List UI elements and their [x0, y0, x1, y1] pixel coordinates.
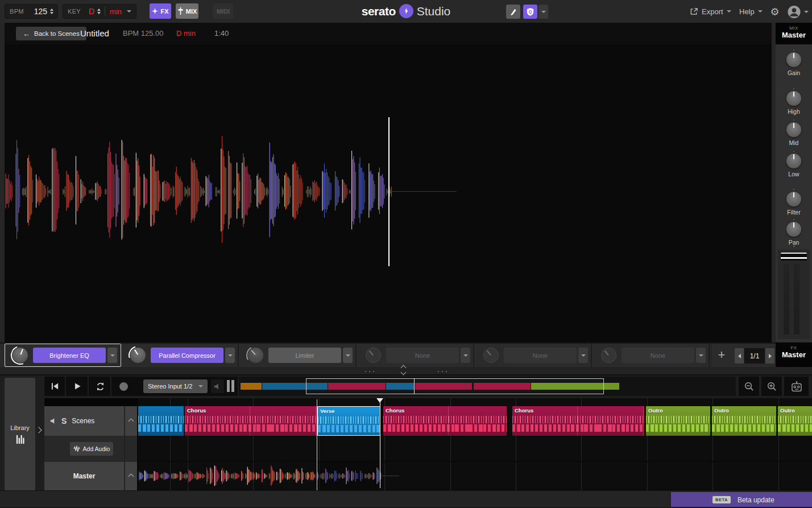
- fx-dropdown-button[interactable]: [225, 348, 235, 363]
- fx-amount-knob[interactable]: [248, 348, 263, 363]
- fx-amount-knob[interactable]: [13, 348, 28, 363]
- fx-select-button[interactable]: None: [504, 348, 577, 363]
- knob-dial[interactable]: [786, 154, 801, 168]
- assistant-button[interactable]: [783, 377, 809, 396]
- fx-select-button[interactable]: Brightener EQ: [33, 348, 106, 363]
- timeline-playhead-marker[interactable]: [376, 398, 383, 403]
- fx-dropdown-button[interactable]: [578, 348, 588, 363]
- pause-meter-bars[interactable]: [227, 380, 234, 392]
- knob-dial[interactable]: [786, 222, 801, 237]
- bpm-value[interactable]: 125: [34, 7, 47, 16]
- clip-outro-6[interactable]: Outro: [646, 406, 710, 436]
- fx-dropdown-button[interactable]: [696, 348, 706, 363]
- skip-to-start-button[interactable]: [44, 377, 66, 396]
- fx-select-button[interactable]: Limiter: [268, 348, 341, 363]
- fx-select-button[interactable]: Parallel Compressor: [151, 348, 223, 363]
- fx-slot-1[interactable]: Brightener EQ: [5, 344, 121, 367]
- panel-collapse-handle[interactable]: [401, 366, 405, 374]
- fader-handle[interactable]: [781, 253, 807, 261]
- fx-dropdown-button[interactable]: [107, 348, 117, 363]
- main-waveform-view[interactable]: [5, 44, 772, 342]
- fx-select-button[interactable]: None: [622, 348, 694, 363]
- knob-dial[interactable]: [786, 52, 801, 67]
- knob-filter[interactable]: Filter: [776, 189, 812, 216]
- account-button[interactable]: [787, 5, 801, 19]
- knob-dial[interactable]: [786, 91, 801, 106]
- fx-dropdown-button[interactable]: [343, 348, 353, 363]
- master-collapse-button[interactable]: [125, 462, 138, 490]
- solo-badge[interactable]: S: [61, 416, 67, 426]
- audio-input-select[interactable]: Stereo Input 1/2: [143, 379, 208, 393]
- clip-partial-1[interactable]: [138, 406, 184, 436]
- chevron-down-icon[interactable]: [127, 10, 131, 13]
- scenes-clip-lane[interactable]: ChorusVerseChorusChorusOutroOutroOutro: [138, 406, 812, 436]
- bpm-stepper[interactable]: [50, 9, 53, 14]
- knob-mid[interactable]: Mid: [776, 119, 812, 146]
- clip-verse-3[interactable]: Verse: [317, 406, 380, 436]
- scenes-collapse-button[interactable]: [125, 406, 138, 436]
- fx-amount-knob[interactable]: [366, 348, 381, 363]
- knob-low[interactable]: Low: [776, 151, 812, 177]
- quantize-shield-button[interactable]: Q: [523, 5, 537, 19]
- midi-button[interactable]: MIDI: [213, 3, 234, 19]
- export-menu[interactable]: Export: [690, 5, 731, 18]
- clip-chorus-5[interactable]: Chorus: [512, 406, 644, 436]
- beta-update-banner[interactable]: BETA Beta update: [671, 492, 812, 507]
- fx-amount-knob[interactable]: [601, 348, 616, 363]
- add-audio-lane[interactable]: [138, 436, 812, 462]
- help-menu[interactable]: Help: [739, 5, 763, 18]
- key-stepper[interactable]: [97, 9, 101, 14]
- knob-gain[interactable]: Gain: [776, 49, 812, 76]
- add-audio-button[interactable]: Add Audio: [70, 442, 113, 456]
- master-track-header[interactable]: Master: [44, 462, 125, 490]
- speaker-icon[interactable]: [50, 418, 57, 424]
- fx-dropdown-button[interactable]: [461, 348, 470, 363]
- volume-fader[interactable]: [778, 249, 810, 339]
- knob-high[interactable]: High: [776, 88, 812, 115]
- key-control[interactable]: KEY D min: [63, 4, 136, 19]
- bpm-control[interactable]: BPM 125: [5, 4, 58, 19]
- back-to-scenes-button[interactable]: ← Back to Scenes: [16, 27, 86, 40]
- zoom-in-button[interactable]: [760, 377, 782, 396]
- shield-dropdown-button[interactable]: [538, 5, 548, 19]
- fx-amount-knob[interactable]: [483, 348, 499, 363]
- song-title[interactable]: Untitled: [80, 23, 109, 44]
- fx-select-button[interactable]: None: [386, 348, 459, 363]
- key-mode-value[interactable]: min: [110, 7, 122, 16]
- fx-page-prev-button[interactable]: [735, 348, 744, 364]
- knob-dial[interactable]: [786, 122, 801, 137]
- clip-chorus-4[interactable]: Chorus: [383, 406, 507, 436]
- fx-slot-5[interactable]: None: [475, 344, 592, 367]
- clip-outro-7[interactable]: Outro: [712, 406, 776, 436]
- fx-slot-4[interactable]: None: [358, 344, 474, 367]
- drag-dots[interactable]: [365, 371, 366, 372]
- play-button[interactable]: [67, 377, 89, 396]
- song-overview[interactable]: [239, 377, 736, 396]
- clip-chorus-2[interactable]: Chorus: [185, 406, 317, 436]
- library-expand-icon[interactable]: [35, 427, 42, 433]
- knob-dial[interactable]: [786, 192, 801, 206]
- loop-button[interactable]: [90, 377, 111, 396]
- fx-amount-knob[interactable]: [130, 348, 146, 363]
- master-clip-lane[interactable]: [138, 462, 812, 490]
- clip-outro-8[interactable]: Outro: [778, 406, 812, 436]
- library-panel-toggle[interactable]: Library: [5, 378, 35, 490]
- settings-button[interactable]: ⚙: [768, 5, 782, 19]
- scenes-track-header[interactable]: S Scenes: [44, 406, 125, 436]
- overview-viewport-window[interactable]: [306, 378, 604, 394]
- zoom-out-button[interactable]: [738, 377, 759, 396]
- drag-dots[interactable]: [438, 371, 439, 372]
- fx-slot-2[interactable]: Parallel Compressor: [122, 344, 239, 367]
- pen-tool-button[interactable]: [506, 5, 520, 19]
- knob-pan[interactable]: Pan: [776, 219, 812, 246]
- fx-slot-6[interactable]: None: [593, 344, 710, 367]
- fx-page-next-button[interactable]: [765, 348, 774, 364]
- mix-panel-button[interactable]: MIX: [176, 3, 198, 19]
- key-value[interactable]: D: [89, 7, 94, 16]
- monitor-mute-button[interactable]: [211, 379, 224, 393]
- record-button[interactable]: [113, 377, 134, 396]
- account-dropdown-button[interactable]: [803, 5, 810, 19]
- panel-resize-strip[interactable]: [0, 367, 812, 375]
- add-fx-button[interactable]: +: [715, 349, 728, 362]
- fx-slot-3[interactable]: Limiter: [240, 344, 357, 367]
